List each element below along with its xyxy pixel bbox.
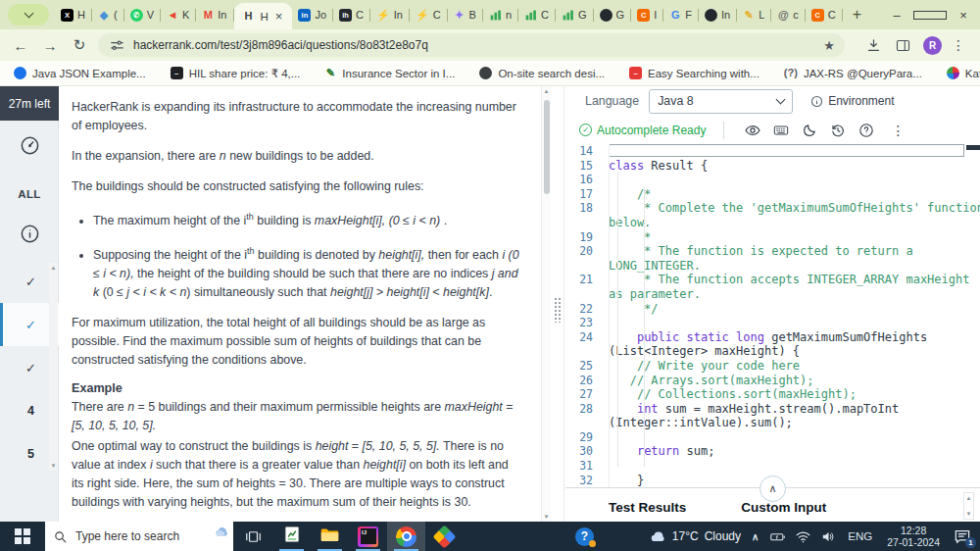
code-row[interactable]: 30 return sum;: [565, 444, 980, 459]
help-icon[interactable]: [852, 123, 880, 138]
bookmark-item[interactable]: Java JSON Example...: [14, 67, 146, 79]
taskbar-app-dev-kite-icon[interactable]: [425, 522, 464, 551]
code-row[interactable]: 16: [565, 173, 980, 187]
tab-close-icon[interactable]: ×: [274, 9, 284, 24]
code-row[interactable]: as parameter.: [565, 287, 980, 302]
site-settings-icon[interactable]: [108, 37, 125, 54]
browser-tab[interactable]: G: [594, 0, 631, 29]
tab-custom-input[interactable]: Custom Input: [741, 500, 826, 515]
code-row[interactable]: 18 * Complete the 'getMaximumSumOfHeight…: [565, 201, 980, 216]
bookmark-star-icon[interactable]: ★: [823, 38, 835, 53]
browser-tab[interactable]: GF: [663, 0, 698, 29]
browser-tab[interactable]: @c: [771, 0, 805, 29]
code-row[interactable]: 21 * The function accepts INTEGER_ARRAY …: [565, 273, 980, 287]
code-row[interactable]: 24 public static long getMaximumSumOfHei…: [565, 330, 980, 345]
environment-link[interactable]: Environment: [810, 94, 894, 108]
taskbar-app-chrome-icon[interactable]: [387, 522, 425, 551]
code-row[interactable]: 19 *: [565, 230, 980, 245]
code-row[interactable]: (Integer::intValue).sum();: [565, 416, 980, 430]
action-center-icon[interactable]: 1: [953, 526, 972, 546]
language-indicator[interactable]: ENG: [848, 530, 872, 542]
taskbar-app-file-report-icon[interactable]: [272, 522, 311, 551]
task-view-button[interactable]: [233, 522, 272, 551]
language-select[interactable]: Java 8: [649, 89, 793, 114]
taskbar-search[interactable]: Type here to search: [45, 522, 233, 551]
panel-divider[interactable]: [551, 86, 564, 522]
browser-tab[interactable]: n: [483, 0, 517, 29]
start-button[interactable]: [0, 522, 45, 551]
browser-tab[interactable]: CI: [631, 0, 662, 29]
code-row[interactable]: 20 * The function is expected to return …: [565, 244, 980, 259]
scroll-up-icon[interactable]: ▲: [51, 265, 57, 271]
collapse-panel-button[interactable]: ∧: [760, 476, 786, 502]
scroll-down-icon[interactable]: ▼: [966, 511, 972, 517]
code-row[interactable]: 15class Result {: [565, 159, 980, 174]
browser-tab[interactable]: ✦B: [448, 0, 482, 29]
forward-button[interactable]: →: [35, 37, 65, 54]
code-row[interactable]: (List<Integer> maxHeight) {: [565, 344, 980, 359]
scroll-down-icon[interactable]: ▼: [542, 514, 551, 520]
code-row[interactable]: 22 */: [565, 302, 980, 317]
browser-tab[interactable]: ✆V: [124, 0, 160, 29]
browser-tab[interactable]: In: [699, 0, 736, 29]
browser-tab[interactable]: ⚡In: [370, 0, 409, 29]
more-icon[interactable]: ⋮: [880, 123, 915, 138]
code-row[interactable]: 23: [565, 316, 980, 330]
profile-avatar[interactable]: R: [923, 36, 942, 55]
window-close-button[interactable]: ×: [947, 8, 980, 23]
tab-test-results[interactable]: Test Results: [609, 500, 686, 515]
scrollbar-thumb[interactable]: [544, 100, 550, 194]
code-row[interactable]: LONG_INTEGER.: [565, 259, 980, 274]
code-row[interactable]: 17 /*: [565, 187, 980, 202]
weather-widget[interactable]: 17°C Cloudy: [650, 528, 741, 545]
code-row[interactable]: 27 // Collections.sort(maxHeight);: [565, 387, 980, 402]
gauge-icon[interactable]: [0, 135, 59, 156]
bookmark-item[interactable]: Kafka Consumer wit...: [947, 67, 980, 79]
browser-tab[interactable]: ✎L: [737, 0, 770, 29]
dark-mode-icon[interactable]: [795, 123, 823, 138]
keyboard-icon[interactable]: [766, 123, 795, 138]
info-icon[interactable]: [0, 224, 59, 244]
browser-tab[interactable]: G: [556, 0, 593, 29]
history-icon[interactable]: [823, 123, 852, 138]
browser-tab[interactable]: inJo: [292, 0, 332, 29]
window-maximize-button[interactable]: [913, 8, 947, 23]
browser-tab[interactable]: ⚡C: [410, 0, 447, 29]
battery-icon[interactable]: [769, 528, 786, 545]
browser-tab[interactable]: ◄K: [161, 0, 195, 29]
browser-tab[interactable]: XH: [55, 0, 91, 29]
browser-tab[interactable]: ◆(: [92, 0, 123, 29]
footer-scrollbar[interactable]: ▲ ▼: [963, 492, 974, 520]
browser-tab[interactable]: ihC: [333, 0, 369, 29]
scroll-down-icon[interactable]: ▼: [51, 463, 57, 469]
problem-scrollbar[interactable]: ▲ ▼: [541, 86, 551, 522]
tray-expand-icon[interactable]: ∧: [752, 531, 759, 542]
visibility-icon[interactable]: [738, 123, 766, 138]
browser-tab-active[interactable]: HH×: [234, 3, 293, 29]
bookmark-item[interactable]: (?)JAX-RS @QueryPara...: [784, 67, 922, 79]
help-desk-icon[interactable]: ?: [575, 527, 594, 546]
code-row[interactable]: below.: [565, 216, 980, 230]
browser-menu-icon[interactable]: ⋮: [948, 37, 975, 53]
wifi-icon[interactable]: [795, 528, 811, 545]
speaker-icon[interactable]: [820, 528, 837, 545]
taskbar-app-file-explorer-icon[interactable]: [311, 522, 349, 551]
filter-all-label[interactable]: ALL: [0, 188, 59, 200]
scroll-up-icon[interactable]: ▲: [542, 88, 551, 94]
code-row[interactable]: 29: [565, 430, 980, 445]
code-row[interactable]: 26 // Arrays.sort(maxHeight);: [565, 374, 980, 388]
download-icon[interactable]: [858, 37, 888, 54]
scroll-up-icon[interactable]: ▲: [966, 495, 972, 501]
taskbar-app-intellij-icon[interactable]: IJ: [349, 522, 387, 551]
bookmark-item[interactable]: –Easy Searching with...: [629, 67, 760, 79]
tab-search-button[interactable]: [8, 4, 49, 25]
code-row[interactable]: 14: [565, 144, 980, 159]
code-row[interactable]: 28 int sum = maxHeight.stream().mapToInt: [565, 402, 980, 417]
browser-tab[interactable]: MIn: [196, 0, 232, 29]
drag-handle-icon[interactable]: [554, 297, 562, 323]
address-bar[interactable]: hackerrank.com/test/3j8m896aci/questions…: [98, 33, 845, 57]
code-editor[interactable]: 1415class Result {1617 /*18 * Complete t…: [565, 144, 980, 487]
browser-tab[interactable]: CC: [806, 0, 842, 29]
sidebar-scrollbar[interactable]: ▲ ▼: [49, 263, 58, 471]
refresh-button[interactable]: ↻: [65, 36, 94, 54]
